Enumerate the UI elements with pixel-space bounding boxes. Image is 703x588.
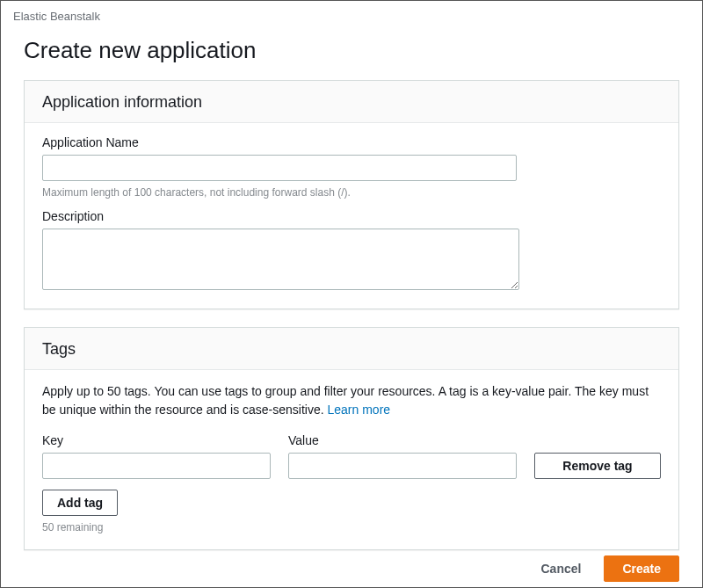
page-content: Create new application Application infor… xyxy=(1,28,702,552)
tag-header-row: Key Value xyxy=(42,433,661,453)
tag-key-input[interactable] xyxy=(42,453,271,479)
tag-value-label: Value xyxy=(288,433,517,447)
breadcrumb: Elastic Beanstalk xyxy=(1,1,702,28)
tag-key-label: Key xyxy=(42,433,271,447)
application-name-label: Application Name xyxy=(42,135,661,149)
tag-row: Remove tag xyxy=(42,453,661,479)
footer-actions: Cancel Create xyxy=(1,552,702,582)
tags-body: Apply up to 50 tags. You can use tags to… xyxy=(25,370,678,549)
description-label: Description xyxy=(42,209,661,223)
breadcrumb-service[interactable]: Elastic Beanstalk xyxy=(13,10,100,23)
application-name-helper: Maximum length of 100 characters, not in… xyxy=(42,186,661,199)
remove-tag-button[interactable]: Remove tag xyxy=(534,453,661,479)
application-name-input[interactable] xyxy=(42,155,517,181)
application-info-panel: Application information Application Name… xyxy=(24,80,679,309)
description-textarea[interactable] xyxy=(42,229,519,290)
tags-panel: Tags Apply up to 50 tags. You can use ta… xyxy=(24,327,679,550)
tags-remaining: 50 remaining xyxy=(42,521,661,534)
application-info-body: Application Name Maximum length of 100 c… xyxy=(25,123,678,309)
add-tag-row: Add tag 50 remaining xyxy=(42,490,661,534)
app-window: Elastic Beanstalk Create new application… xyxy=(0,0,703,588)
page-title: Create new application xyxy=(24,37,679,64)
tags-description: Apply up to 50 tags. You can use tags to… xyxy=(42,382,661,419)
create-button[interactable]: Create xyxy=(604,555,679,582)
tags-heading: Tags xyxy=(25,328,678,370)
application-info-heading: Application information xyxy=(25,81,678,123)
learn-more-link[interactable]: Learn more xyxy=(328,403,391,417)
cancel-button[interactable]: Cancel xyxy=(526,556,595,581)
add-tag-button[interactable]: Add tag xyxy=(42,490,118,516)
tag-value-input[interactable] xyxy=(288,453,517,479)
